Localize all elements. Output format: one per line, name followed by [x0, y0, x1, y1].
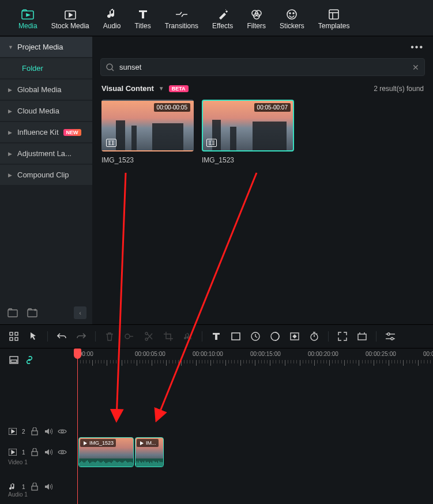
tab-templates[interactable]: Templates	[311, 5, 357, 33]
ruler-label: 00:00:15:00	[250, 351, 308, 357]
svg-rect-52	[32, 486, 37, 490]
visual-content-dropdown[interactable]: Visual Content ▼ BETA	[101, 84, 189, 93]
visibility-icon[interactable]	[58, 427, 67, 436]
media-icon	[21, 8, 34, 21]
tab-stickers[interactable]: Stickers	[273, 5, 311, 33]
tab-media[interactable]: Media	[12, 5, 44, 33]
clip-label: IM...	[146, 440, 156, 446]
mark-icon[interactable]	[123, 331, 135, 342]
lock-icon[interactable]	[30, 427, 39, 436]
svg-rect-31	[232, 333, 240, 340]
sidebar-item-label: Influence Kit	[17, 128, 59, 137]
titles-icon	[137, 8, 149, 21]
time-ruler[interactable]: :00:00 00:00:05:00 00:00:10:00 00:00:15:…	[35, 348, 433, 372]
thumb-timecode: 00:05-00:07	[254, 103, 291, 112]
svg-rect-20	[209, 141, 214, 145]
audio-beat-icon[interactable]: ×	[182, 331, 194, 342]
frame-icon[interactable]	[230, 331, 242, 342]
svg-rect-17	[108, 141, 114, 145]
sidebar-item-label: Project Media	[17, 43, 63, 51]
svg-point-15	[107, 64, 112, 70]
tab-label: Effects	[212, 22, 233, 30]
mute-icon[interactable]	[44, 448, 53, 457]
tab-filters[interactable]: Filters	[240, 5, 273, 33]
tab-audio[interactable]: Audio	[96, 5, 128, 33]
timeline-clip[interactable]: IMG_1523	[78, 437, 134, 467]
tab-label: Titles	[134, 22, 150, 30]
svg-point-51	[61, 451, 63, 453]
stickers-icon	[285, 8, 298, 21]
link-icon[interactable]	[24, 354, 35, 366]
svg-point-41	[391, 338, 393, 340]
mute-icon[interactable]	[44, 427, 53, 436]
svg-marker-3	[69, 13, 72, 17]
chevron-right-icon: ▶	[8, 130, 13, 135]
top-tabs: Media Stock Media Audio Titles Transitio…	[0, 0, 433, 36]
timeline-layout-icon[interactable]	[8, 354, 19, 366]
tab-stock-media[interactable]: Stock Media	[44, 5, 96, 33]
collapse-sidebar-button[interactable]: ‹	[74, 306, 86, 319]
sidebar-item-label: Cloud Media	[17, 107, 59, 115]
crop-icon[interactable]	[163, 331, 174, 342]
visibility-icon[interactable]	[58, 448, 67, 457]
sidebar-item-label: Adjustment La...	[17, 149, 71, 158]
video-clip-icon	[206, 139, 217, 147]
sidebar-item-global-media[interactable]: ▶Global Media	[0, 79, 92, 100]
text-icon[interactable]	[210, 331, 222, 342]
track-label-audio1: Audio 1	[8, 491, 28, 498]
svg-rect-24	[15, 332, 18, 335]
ruler-label: 00:00:25:00	[366, 351, 423, 357]
sidebar-item-adjustment-layer[interactable]: ▶Adjustment La...	[0, 143, 92, 164]
clear-search-icon[interactable]: ✕	[412, 63, 419, 72]
redo-icon[interactable]	[76, 331, 87, 342]
audio-track-icon	[8, 482, 17, 491]
thumb-label: IMG_1523	[101, 156, 194, 164]
stock-media-icon	[64, 8, 77, 21]
sidebar-item-project-media[interactable]: ▼Project Media	[0, 37, 92, 57]
keyframe-icon[interactable]	[289, 331, 300, 342]
effects-icon	[216, 8, 229, 21]
beta-badge: BETA	[169, 85, 189, 92]
sidebar-item-influence-kit[interactable]: ▶Influence KitNEW	[0, 122, 92, 142]
sidebar-item-compound-clip[interactable]: ▶Compound Clip	[0, 165, 92, 185]
new-folder-icon[interactable]	[25, 306, 39, 320]
track-header-v2: 2	[0, 422, 77, 441]
media-thumb[interactable]: 00:00-00:05 IMG_1523	[101, 100, 194, 164]
timer-icon[interactable]	[308, 331, 320, 342]
lock-icon[interactable]	[30, 482, 39, 491]
render-icon[interactable]	[356, 331, 368, 342]
color-icon[interactable]	[269, 331, 281, 342]
expand-icon[interactable]	[337, 331, 348, 342]
more-options-icon[interactable]: •••	[411, 42, 424, 52]
tab-titles[interactable]: Titles	[127, 5, 157, 33]
tab-transitions[interactable]: Transitions	[158, 5, 205, 33]
svg-rect-35	[293, 335, 296, 338]
widgets-icon[interactable]	[8, 331, 20, 342]
new-bin-icon[interactable]	[6, 306, 20, 320]
undo-icon[interactable]	[56, 331, 67, 342]
speed-icon[interactable]	[250, 331, 261, 342]
mute-icon[interactable]	[44, 482, 53, 491]
timeline-toolbar: ×	[0, 324, 433, 348]
svg-marker-49	[12, 450, 14, 454]
sidebar-item-folder[interactable]: Folder	[0, 58, 92, 78]
results-heading: Visual Content	[101, 84, 154, 93]
timeline-clip[interactable]: IM...	[135, 437, 164, 467]
delete-icon[interactable]	[104, 331, 115, 342]
lock-icon[interactable]	[30, 448, 39, 457]
pointer-icon[interactable]	[28, 331, 39, 342]
tab-effects[interactable]: Effects	[205, 5, 240, 33]
sidebar-item-cloud-media[interactable]: ▶Cloud Media	[0, 101, 92, 121]
svg-rect-43	[11, 360, 17, 362]
filters-icon	[250, 8, 263, 21]
svg-marker-1	[27, 14, 29, 16]
media-thumb[interactable]: 00:05-00:07 IMG_1523	[202, 100, 294, 164]
search-icon	[106, 63, 114, 71]
settings-slider-icon[interactable]	[385, 331, 396, 342]
split-icon[interactable]	[143, 331, 155, 342]
search-input[interactable]	[100, 58, 425, 76]
svg-rect-50	[32, 452, 37, 456]
svg-point-29	[145, 338, 148, 340]
playhead[interactable]	[77, 348, 78, 504]
svg-rect-46	[32, 431, 37, 435]
